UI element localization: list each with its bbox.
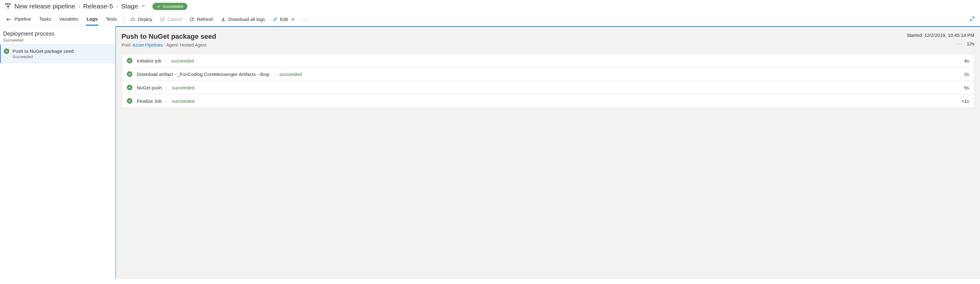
deployment-process-title: Deployment process xyxy=(3,30,112,37)
svg-rect-2 xyxy=(9,3,10,5)
tabs: Pipeline Tasks Variables Logs Tests xyxy=(14,13,118,26)
separator: · xyxy=(165,58,167,63)
cancel-label: Cancel xyxy=(167,16,182,22)
step-row[interactable]: Finalize Job · succeeded <1s xyxy=(122,94,974,107)
success-icon xyxy=(127,85,132,90)
breadcrumb-stage[interactable]: Stage xyxy=(121,3,138,10)
edit-label: Edit xyxy=(280,16,288,22)
main-header: Push to NuGet package seed Pool: Azure P… xyxy=(121,32,974,48)
job-more-button[interactable]: ··· xyxy=(956,41,963,46)
pool-link[interactable]: Azure Pipelines xyxy=(132,43,163,48)
total-duration: 12s xyxy=(967,41,974,46)
refresh-label: Refresh xyxy=(197,16,213,22)
divider xyxy=(124,15,124,24)
breadcrumb-release[interactable]: Release-5 xyxy=(83,3,113,10)
cloud-icon xyxy=(130,17,135,22)
step-duration: <1s xyxy=(961,99,969,104)
tab-tests[interactable]: Tests xyxy=(105,13,118,26)
status-badge-label: Succeeded xyxy=(163,4,183,9)
step-row[interactable]: Initialize job · succeeded 4s xyxy=(122,54,974,67)
pool-label: Pool: xyxy=(121,43,132,48)
deploy-button[interactable]: Deploy xyxy=(130,16,153,22)
more-button[interactable]: ··· xyxy=(303,16,309,22)
step-name: NuGet push xyxy=(137,85,162,90)
refresh-button[interactable]: Refresh xyxy=(189,16,213,22)
success-icon xyxy=(4,48,10,54)
sidebar-item-job[interactable]: Push to NuGet package seed Succeeded xyxy=(0,45,115,63)
back-button[interactable] xyxy=(5,16,13,23)
chevron-down-icon xyxy=(290,17,296,22)
action-bar: Deploy Cancel Refresh Download all logs … xyxy=(130,16,309,22)
success-icon xyxy=(127,71,132,77)
download-label: Download all logs xyxy=(228,16,265,22)
sidebar: Deployment process Succeeded Push to NuG… xyxy=(0,26,116,279)
steps-list: Initialize job · succeeded 4s Download a… xyxy=(121,54,974,108)
cancel-icon xyxy=(160,17,165,22)
job-title: Push to NuGet package seed xyxy=(121,32,216,41)
refresh-icon xyxy=(189,17,194,22)
tab-variables[interactable]: Variables xyxy=(59,13,79,26)
job-meta: Pool: Azure Pipelines · Agent: Hosted Ag… xyxy=(121,43,216,48)
download-logs-button[interactable]: Download all logs xyxy=(221,16,265,22)
sidebar-header: Deployment process Succeeded xyxy=(0,26,115,45)
page-header: New release pipeline › Release-5 › Stage… xyxy=(0,0,980,13)
toolbar: Pipeline Tasks Variables Logs Tests Depl… xyxy=(0,13,980,26)
step-row[interactable]: NuGet push · succeeded 5s xyxy=(122,81,974,94)
sidebar-item-status: Succeeded xyxy=(13,54,74,59)
tab-tasks[interactable]: Tasks xyxy=(38,13,51,26)
breadcrumb-pipeline[interactable]: New release pipeline xyxy=(14,3,75,10)
started-time: Started: 12/2/2019, 10:45:14 PM xyxy=(907,32,974,38)
success-icon xyxy=(127,98,132,104)
chevron-down-icon[interactable] xyxy=(141,4,146,9)
separator: · xyxy=(166,99,167,104)
content: Deployment process Succeeded Push to NuG… xyxy=(0,26,980,279)
sidebar-item-name: Push to NuGet package seed xyxy=(13,48,74,54)
separator: · xyxy=(274,72,275,77)
pencil-icon xyxy=(273,17,278,22)
agent-label: Agent: Hosted Agent xyxy=(166,43,206,48)
download-icon xyxy=(221,17,226,22)
step-duration: 4s xyxy=(964,58,969,64)
step-name: Initialize job xyxy=(137,58,161,64)
expand-button[interactable] xyxy=(969,16,975,22)
status-badge: Succeeded xyxy=(153,3,188,10)
step-status: succeeded xyxy=(172,85,194,90)
step-row[interactable]: Download artifact - _FunCoding.CoreMesse… xyxy=(122,67,974,81)
separator: · xyxy=(166,85,167,90)
step-status: succeeded xyxy=(171,58,194,64)
deploy-label: Deploy xyxy=(138,16,153,22)
check-icon xyxy=(157,4,161,8)
chevron-right-icon: › xyxy=(78,3,80,9)
tab-logs[interactable]: Logs xyxy=(86,13,99,26)
deployment-process-status: Succeeded xyxy=(3,38,112,43)
breadcrumb: New release pipeline › Release-5 › Stage xyxy=(14,3,146,10)
step-status: succeeded xyxy=(172,99,194,104)
step-duration: 5s xyxy=(964,85,969,90)
svg-rect-1 xyxy=(7,3,8,5)
step-name: Download artifact - _FunCoding.CoreMesse… xyxy=(137,72,269,77)
ellipsis-icon: ··· xyxy=(303,16,309,22)
step-duration: 2s xyxy=(964,72,969,77)
cancel-button: Cancel xyxy=(160,16,182,22)
success-icon xyxy=(127,58,132,64)
step-status: succeeded xyxy=(279,72,302,77)
edit-button[interactable]: Edit xyxy=(273,16,296,22)
svg-rect-0 xyxy=(5,3,6,5)
chevron-right-icon: › xyxy=(116,3,118,9)
main-panel: Push to NuGet package seed Pool: Azure P… xyxy=(116,26,980,279)
step-name: Finalize Job xyxy=(137,99,162,104)
tab-pipeline[interactable]: Pipeline xyxy=(14,13,32,26)
release-icon xyxy=(5,3,11,10)
